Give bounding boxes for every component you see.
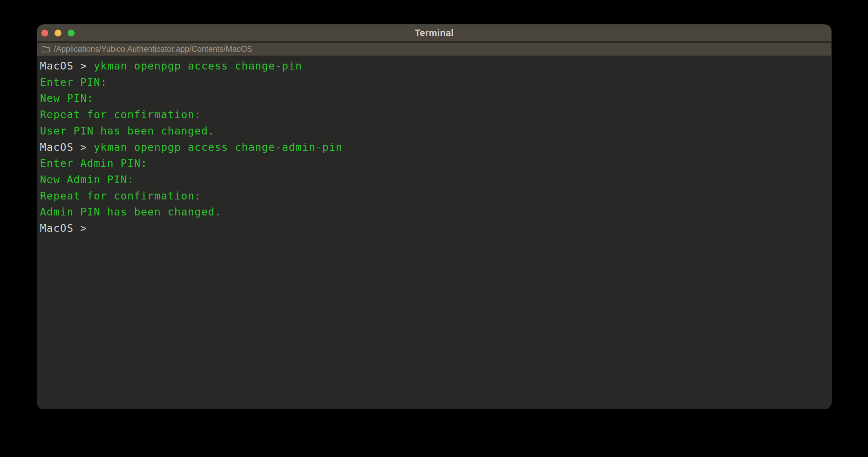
terminal-line: Admin PIN has been changed. xyxy=(40,204,824,220)
terminal-line: New PIN: xyxy=(40,90,824,107)
shell-prompt: MacOS > xyxy=(40,222,94,234)
window-title: Terminal xyxy=(37,28,831,39)
minimize-icon[interactable] xyxy=(55,30,61,36)
shell-prompt: MacOS > xyxy=(40,60,94,72)
desktop-background: Terminal /Applications/Yubico Authentica… xyxy=(0,0,868,457)
terminal-line: Repeat for confirmation: xyxy=(40,188,824,204)
terminal-line: User PIN has been changed. xyxy=(40,123,824,139)
terminal-line: MacOS > ykman openpgp access change-pin xyxy=(40,58,824,74)
terminal-line: Enter Admin PIN: xyxy=(40,155,824,172)
title-bar[interactable]: Terminal xyxy=(37,25,831,42)
terminal-line: MacOS > ykman openpgp access change-admi… xyxy=(40,139,824,156)
command-text: ykman openpgp access change-pin xyxy=(94,60,302,72)
terminal-window: Terminal /Applications/Yubico Authentica… xyxy=(37,24,832,409)
terminal-line: MacOS > xyxy=(40,220,824,237)
traffic-lights xyxy=(37,30,75,36)
terminal-line: Enter PIN: xyxy=(40,74,824,91)
terminal-content[interactable]: MacOS > ykman openpgp access change-pin … xyxy=(37,57,831,409)
close-icon[interactable] xyxy=(41,30,48,36)
shell-prompt: MacOS > xyxy=(40,141,94,153)
terminal-line: New Admin PIN: xyxy=(40,172,824,188)
terminal-line: Repeat for confirmation: xyxy=(40,107,824,123)
zoom-icon[interactable] xyxy=(68,30,75,36)
folder-icon xyxy=(41,46,50,53)
path-text: /Applications/Yubico Authenticator.app/C… xyxy=(54,44,252,54)
command-text: ykman openpgp access change-admin-pin xyxy=(94,141,342,153)
path-bar: /Applications/Yubico Authenticator.app/C… xyxy=(37,43,831,56)
